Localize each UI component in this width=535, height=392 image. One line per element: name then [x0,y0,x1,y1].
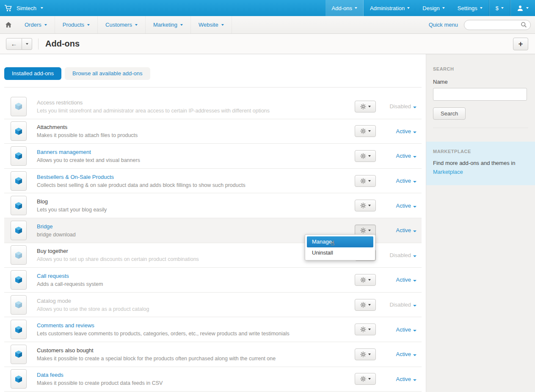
tab-browse-addons[interactable]: Browse all available add-ons [65,67,150,80]
addon-name[interactable]: Bridge [37,223,76,230]
secondary-nav: Orders Products Customers Marketing Webs… [0,16,535,34]
divider [433,128,528,128]
nav-item-label: Website [199,22,218,28]
addon-description: Makes it possible to create product data… [37,380,163,386]
addon-name[interactable]: Access restrictions [37,99,270,106]
addon-cube-icon [11,221,27,240]
addon-status[interactable]: Active [379,376,422,382]
tab-installed-addons[interactable]: Installed add-ons [4,67,61,80]
addon-status[interactable]: Active [379,178,422,184]
topmenu-addons[interactable]: Add-ons [325,0,364,16]
topmenu-settings[interactable]: Settings [451,0,489,16]
status-label: Active [396,178,411,184]
topmenu-label: Add-ons [332,5,352,11]
topmenu-user[interactable] [510,0,535,16]
nav-item-label: Orders [25,22,41,28]
chevron-down-icon [368,205,371,206]
add-addon-button[interactable]: + [513,38,528,50]
gear-dropdown-button[interactable] [355,200,376,211]
back-button[interactable]: ← [6,38,22,50]
chevron-down-icon [413,230,416,232]
nav-item-label: Customers [105,22,132,28]
gear-icon [360,351,366,357]
page-header: ← Add-ons + [0,34,535,54]
addon-description: Allows you to set up share discounts on … [37,256,199,262]
topmenu-administration[interactable]: Administration [364,0,416,16]
chevron-down-icon [355,7,357,9]
addon-name[interactable]: Customers also bought [37,347,276,354]
chevron-down-icon [368,130,371,132]
addon-name[interactable]: Call requests [37,273,103,279]
addon-description: Adds a call-requests system [37,281,103,287]
quick-search-input[interactable] [468,22,521,28]
gear-dropdown-button[interactable] [355,150,376,162]
addon-row: Catalog mode Allows you to use the store… [4,293,422,318]
nav-item-customers[interactable]: Customers [98,16,146,33]
gear-dropdown-button[interactable] [355,323,376,335]
addon-status[interactable]: Active [379,227,422,233]
gear-icon [360,128,366,134]
addon-cube-icon [11,171,27,191]
topmenu-currency[interactable]: $ [489,0,510,16]
nav-item-website[interactable]: Website [191,16,232,33]
topmenu-design[interactable]: Design [416,0,451,16]
gear-icon [360,203,366,208]
addon-status[interactable]: Active [379,351,422,357]
name-search-input[interactable] [433,88,527,101]
addon-status[interactable]: Active [379,128,422,134]
quick-search-box [464,20,531,30]
menu-item-manage[interactable]: Manage☝ [307,236,373,247]
addon-cube-icon [11,121,27,141]
gear-dropdown-button[interactable] [355,175,376,187]
gear-dropdown-button[interactable] [355,348,376,360]
name-field-label: Name [433,79,528,85]
addon-name[interactable]: Attachments [37,124,138,130]
status-label: Disabled [389,252,411,258]
home-button[interactable] [0,16,17,33]
addon-status[interactable]: Active [379,277,422,283]
chevron-down-icon [368,279,371,281]
nav-item-label: Marketing [153,22,177,28]
addon-cube-icon [11,146,27,166]
nav-item-products[interactable]: Products [55,16,98,33]
addon-name[interactable]: Data feeds [37,372,163,378]
addon-status[interactable]: Disabled [379,103,422,110]
marketplace-link[interactable]: Marketplace [433,169,463,175]
gear-dropdown-button[interactable] [355,299,376,311]
addon-row: Customers also bought Makes it possible … [4,342,422,367]
gear-icon [360,153,366,159]
addon-status[interactable]: Active [379,153,422,159]
gear-dropdown-button[interactable] [355,274,376,286]
chevron-down-icon [413,379,416,381]
addon-row: Blog Lets you start your blog easily Act… [4,193,422,218]
nav-item-marketing[interactable]: Marketing [146,16,191,33]
user-icon [517,5,524,11]
chevron-down-icon [413,107,416,108]
addon-name[interactable]: Bestsellers & On-Sale Products [37,174,245,180]
topmenu-label: Administration [370,5,405,11]
chevron-down-icon [480,7,483,9]
back-dropdown-button[interactable] [22,38,32,50]
addon-name[interactable]: Comments and reviews [37,322,290,329]
gear-dropdown-button[interactable] [355,125,376,137]
gear-dropdown-button[interactable] [355,101,376,112]
gear-dropdown-button[interactable] [355,373,376,385]
brand-menu[interactable]: Simtech [0,0,49,16]
addon-name[interactable]: Buy together [37,248,199,254]
addon-status[interactable]: Disabled [379,302,422,308]
addon-status[interactable]: Active [379,203,422,209]
addon-name[interactable]: Blog [37,198,107,205]
addon-name[interactable]: Catalog mode [37,298,149,304]
quick-menu-link[interactable]: Quick menu [429,22,458,28]
gear-icon [360,326,366,332]
addon-description: Allows you to use the store as a product… [37,306,149,312]
addon-description: bridge download [37,232,76,238]
addon-row: Access restrictions Lets you limit store… [4,94,422,119]
nav-item-orders[interactable]: Orders [17,16,55,33]
addon-name[interactable]: Banners management [37,149,140,155]
search-button[interactable]: Search [433,107,466,120]
addon-status[interactable]: Disabled [379,252,422,258]
menu-item-uninstall[interactable]: Uninstall [307,247,373,258]
chevron-down-icon [526,7,529,9]
addon-status[interactable]: Active [379,326,422,333]
